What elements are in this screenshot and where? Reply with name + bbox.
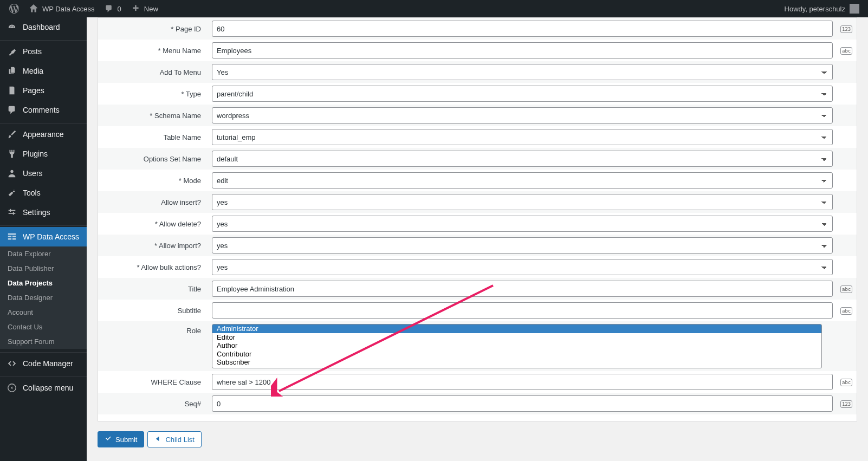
hint-text: abc bbox=[840, 285, 852, 293]
input-menu-name[interactable] bbox=[212, 42, 833, 59]
select-allow-import[interactable]: yes bbox=[212, 237, 833, 254]
comments-link[interactable]: 0 bbox=[99, 0, 126, 17]
media-icon bbox=[7, 66, 17, 76]
select-schema-name[interactable]: wordpress bbox=[212, 107, 833, 124]
comment-icon bbox=[7, 105, 17, 115]
select-mode[interactable]: edit bbox=[212, 172, 833, 189]
plug-icon bbox=[7, 148, 17, 159]
site-link[interactable]: WP Data Access bbox=[24, 0, 99, 17]
child-list-button[interactable]: Child List bbox=[147, 431, 201, 447]
avatar bbox=[850, 4, 859, 14]
menu-separator bbox=[0, 121, 87, 124]
page-icon bbox=[7, 85, 17, 96]
table-icon bbox=[7, 231, 17, 242]
input-page-id[interactable] bbox=[212, 21, 833, 37]
select-allow-delete[interactable]: yes bbox=[212, 216, 833, 232]
code-icon bbox=[7, 358, 17, 369]
menu-separator bbox=[0, 38, 87, 41]
home-icon bbox=[28, 3, 39, 14]
wp-logo[interactable] bbox=[4, 0, 24, 17]
menu-settings[interactable]: Settings bbox=[0, 203, 87, 222]
label-table-name: Table Name bbox=[98, 126, 206, 148]
form-table: * Page ID 123 * Menu Name abc Add To Men… bbox=[98, 18, 857, 414]
select-role[interactable]: Administrator Editor Author Contributor … bbox=[212, 324, 822, 368]
menu-separator bbox=[0, 350, 87, 353]
admin-sidebar: Dashboard Posts Media Pages Comments App… bbox=[0, 17, 87, 458]
submenu-contact[interactable]: Contact Us bbox=[0, 320, 87, 334]
submenu-data-explorer[interactable]: Data Explorer bbox=[0, 246, 87, 261]
new-link[interactable]: New bbox=[126, 0, 163, 17]
menu-plugins[interactable]: Plugins bbox=[0, 144, 87, 164]
main-content: * Page ID 123 * Menu Name abc Add To Men… bbox=[87, 17, 868, 458]
label-allow-insert: Allow insert? bbox=[98, 191, 206, 213]
input-title[interactable] bbox=[212, 281, 833, 297]
label-where-clause: WHERE Clause bbox=[98, 371, 206, 393]
wrench-icon bbox=[7, 187, 17, 198]
label-seq: Seq# bbox=[98, 393, 206, 414]
comment-icon bbox=[103, 3, 114, 14]
menu-users[interactable]: Users bbox=[0, 164, 87, 183]
label-options-set: Options Set Name bbox=[98, 148, 206, 170]
label-page-id: * Page ID bbox=[98, 18, 206, 40]
check-icon bbox=[105, 435, 112, 444]
menu-tools[interactable]: Tools bbox=[0, 183, 87, 203]
hint-text: abc bbox=[840, 47, 852, 55]
submit-button[interactable]: Submit bbox=[98, 431, 144, 447]
input-subtitle[interactable] bbox=[212, 302, 833, 319]
label-mode: * Mode bbox=[98, 170, 206, 191]
wordpress-icon bbox=[9, 3, 20, 14]
menu-media[interactable]: Media bbox=[0, 61, 87, 81]
dashboard-icon bbox=[7, 22, 17, 33]
sliders-icon bbox=[7, 207, 17, 218]
menu-dashboard[interactable]: Dashboard bbox=[0, 17, 87, 37]
howdy-text: Howdy, peterschulz bbox=[785, 5, 845, 13]
collapse-icon bbox=[7, 382, 17, 393]
hint-numeric: 123 bbox=[840, 400, 852, 408]
menu-comments[interactable]: Comments bbox=[0, 100, 87, 120]
hint-text: abc bbox=[840, 307, 852, 315]
menu-code-manager[interactable]: Code Manager bbox=[0, 354, 87, 373]
label-allow-bulk: * Allow bulk actions? bbox=[98, 256, 206, 278]
input-seq[interactable] bbox=[212, 395, 833, 412]
pin-icon bbox=[7, 46, 17, 57]
admin-bar-left: WP Data Access 0 New bbox=[4, 0, 163, 17]
label-type: * Type bbox=[98, 83, 206, 105]
plus-icon bbox=[130, 3, 141, 14]
menu-separator bbox=[0, 374, 87, 377]
new-label: New bbox=[144, 5, 158, 13]
site-name: WP Data Access bbox=[42, 5, 95, 13]
label-menu-name: * Menu Name bbox=[98, 40, 206, 61]
admin-bar-right[interactable]: Howdy, peterschulz bbox=[785, 4, 864, 14]
submenu-data-publisher[interactable]: Data Publisher bbox=[0, 261, 87, 276]
menu-posts[interactable]: Posts bbox=[0, 42, 87, 61]
form-panel: * Page ID 123 * Menu Name abc Add To Men… bbox=[98, 17, 857, 421]
hint-numeric: 123 bbox=[840, 25, 852, 33]
label-title: Title bbox=[98, 278, 206, 300]
button-row: Submit Child List bbox=[98, 431, 857, 447]
select-allow-bulk[interactable]: yes bbox=[212, 259, 833, 275]
arrow-left-icon bbox=[154, 435, 162, 444]
label-schema-name: * Schema Name bbox=[98, 105, 206, 126]
label-add-to-menu: Add To Menu bbox=[98, 61, 206, 83]
menu-pages[interactable]: Pages bbox=[0, 81, 87, 100]
submenu-data-designer[interactable]: Data Designer bbox=[0, 290, 87, 305]
select-add-to-menu[interactable]: Yes bbox=[212, 64, 833, 80]
menu-separator bbox=[0, 223, 87, 226]
select-allow-insert[interactable]: yes bbox=[212, 194, 833, 210]
menu-appearance[interactable]: Appearance bbox=[0, 125, 87, 144]
submenu-account[interactable]: Account bbox=[0, 305, 87, 320]
label-allow-delete: * Allow delete? bbox=[98, 213, 206, 235]
label-allow-import: * Allow import? bbox=[98, 235, 206, 256]
select-type[interactable]: parent/child bbox=[212, 86, 833, 102]
brush-icon bbox=[7, 129, 17, 140]
label-role: Role bbox=[98, 321, 206, 371]
submenu-support[interactable]: Support Forum bbox=[0, 334, 87, 349]
label-subtitle: Subtitle bbox=[98, 300, 206, 321]
select-table-name[interactable]: tutorial_emp bbox=[212, 129, 833, 145]
user-icon bbox=[7, 168, 17, 179]
input-where-clause[interactable] bbox=[212, 374, 833, 390]
select-options-set[interactable]: default bbox=[212, 151, 833, 167]
menu-wp-data-access[interactable]: WP Data Access bbox=[0, 227, 87, 246]
menu-collapse[interactable]: Collapse menu bbox=[0, 378, 87, 398]
submenu-data-projects[interactable]: Data Projects bbox=[0, 276, 87, 290]
